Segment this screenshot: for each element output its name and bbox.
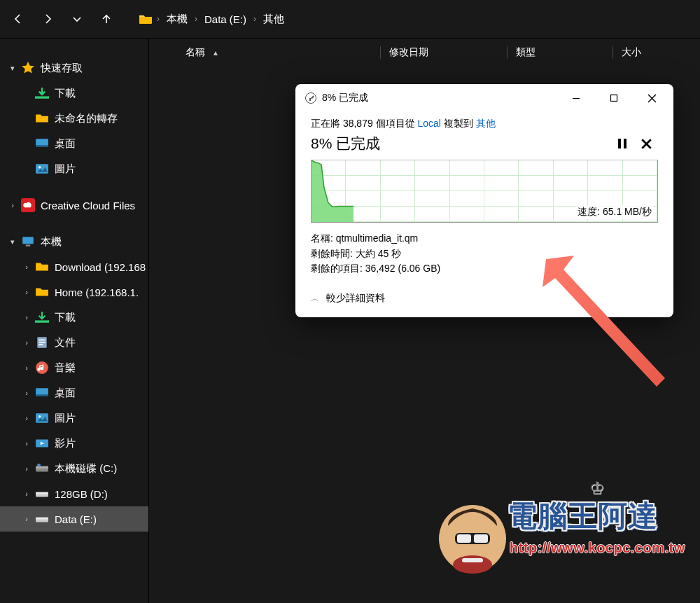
sidebar-item-drive-c[interactable]: › 本機磁碟 (C:) xyxy=(0,456,148,481)
clock-icon xyxy=(305,92,316,104)
folder-icon xyxy=(35,260,49,274)
items-remaining: 36,492 (6.06 GB) xyxy=(365,263,440,274)
drive-icon xyxy=(35,462,49,476)
sidebar-item-drive-d[interactable]: › 128GB (D:) xyxy=(0,481,148,506)
pictures-icon xyxy=(35,162,49,176)
column-type[interactable]: 類型 xyxy=(507,46,612,59)
desktop-icon xyxy=(35,386,49,400)
column-size[interactable]: 大小 xyxy=(613,46,669,59)
recent-dropdown[interactable] xyxy=(64,6,90,32)
chevron-right-icon[interactable]: › xyxy=(21,387,32,398)
folder-icon xyxy=(139,13,153,25)
svg-rect-21 xyxy=(37,464,40,466)
chevron-right-icon[interactable]: › xyxy=(253,14,256,24)
music-icon xyxy=(35,361,49,375)
drive-icon xyxy=(35,512,49,526)
pictures-icon xyxy=(35,411,49,425)
breadcrumb-this-pc[interactable]: 本機 xyxy=(164,10,190,29)
chevron-right-icon[interactable]: › xyxy=(21,312,32,323)
sort-indicator-icon: ▲ xyxy=(212,49,219,57)
address-bar: › 本機 › Data (E:) › 其他 xyxy=(0,0,700,39)
chevron-right-icon[interactable]: › xyxy=(21,261,32,272)
forward-button[interactable] xyxy=(35,6,60,32)
chevron-right-icon[interactable]: › xyxy=(195,14,197,24)
svg-rect-10 xyxy=(39,340,46,341)
back-button[interactable] xyxy=(6,6,31,32)
chevron-right-icon[interactable]: › xyxy=(21,513,32,525)
svg-rect-23 xyxy=(36,492,48,494)
sidebar-item-documents[interactable]: › 文件 xyxy=(0,330,148,355)
documents-icon xyxy=(35,335,49,349)
download-icon xyxy=(35,86,49,100)
sidebar-item-pictures[interactable]: › 圖片 xyxy=(0,406,148,431)
sidebar-item-pictures[interactable]: 圖片 xyxy=(0,156,148,181)
speed-label: 速度: 65.1 MB/秒 xyxy=(576,205,653,219)
svg-rect-12 xyxy=(39,344,43,345)
navigation-tree: ▾ 快速存取 下載 未命名的轉存 桌面 xyxy=(0,39,149,603)
pause-button[interactable] xyxy=(610,132,634,155)
download-icon xyxy=(35,310,49,324)
chevron-down-icon[interactable]: ▾ xyxy=(7,62,18,74)
svg-rect-0 xyxy=(35,96,49,98)
computer-icon xyxy=(21,235,35,249)
drive-icon xyxy=(35,487,49,501)
sidebar-item-downloads[interactable]: › 下載 xyxy=(0,305,148,330)
sidebar-item-netfolder[interactable]: › Home (192.168.1. xyxy=(0,279,148,305)
speed-chart: 速度: 65.1 MB/秒 xyxy=(311,160,658,223)
sidebar-item-netfolder[interactable]: › Download (192.168 xyxy=(0,254,148,279)
svg-rect-6 xyxy=(22,237,34,244)
chevron-down-icon[interactable]: ▾ xyxy=(7,236,18,247)
chevron-right-icon[interactable]: › xyxy=(21,286,32,298)
svg-rect-11 xyxy=(39,342,46,343)
svg-rect-2 xyxy=(36,145,48,146)
chevron-up-icon: ︿ xyxy=(311,293,319,305)
sidebar-item-music[interactable]: › 音樂 xyxy=(0,355,148,380)
sidebar-item-downloads[interactable]: 下載 xyxy=(0,81,148,106)
svg-rect-3 xyxy=(36,164,48,173)
column-headers: 名稱 ▲ 修改日期 類型 大小 xyxy=(149,39,700,67)
source-link[interactable]: Local xyxy=(418,118,441,129)
svg-rect-27 xyxy=(611,95,617,102)
column-name[interactable]: 名稱 ▲ xyxy=(177,46,380,59)
close-button[interactable] xyxy=(636,88,668,109)
chevron-right-icon[interactable]: › xyxy=(21,438,32,449)
copy-status-text: 正在將 38,879 個項目從 Local 複製到 其他 xyxy=(311,118,658,130)
chevron-right-icon[interactable]: › xyxy=(157,14,160,24)
svg-rect-16 xyxy=(36,413,48,422)
minimize-button[interactable] xyxy=(560,88,592,109)
svg-rect-29 xyxy=(624,139,626,148)
sidebar-this-pc[interactable]: ▾ 本機 xyxy=(0,229,148,254)
chevron-right-icon[interactable]: › xyxy=(7,200,18,211)
sidebar-item-folder[interactable]: 未命名的轉存 xyxy=(0,106,148,131)
desktop-icon xyxy=(35,137,49,151)
dialog-title: 8% 已完成 xyxy=(322,92,554,104)
videos-icon xyxy=(35,436,49,450)
chevron-right-icon[interactable]: › xyxy=(21,337,32,348)
fewer-details-toggle[interactable]: ︿ 較少詳細資料 xyxy=(311,292,658,305)
cancel-button[interactable] xyxy=(634,132,658,155)
creative-cloud-icon xyxy=(21,198,35,212)
sidebar-quick-access[interactable]: ▾ 快速存取 xyxy=(0,55,148,81)
sidebar-creative-cloud[interactable]: › Creative Cloud Files xyxy=(0,193,148,218)
current-file-name: qtmultimedia_it.qm xyxy=(336,233,419,244)
svg-rect-26 xyxy=(573,98,580,99)
dialog-titlebar[interactable]: 8% 已完成 xyxy=(295,84,673,112)
column-date[interactable]: 修改日期 xyxy=(381,46,507,59)
svg-rect-25 xyxy=(36,518,48,520)
maximize-button[interactable] xyxy=(598,88,630,109)
chevron-right-icon[interactable]: › xyxy=(21,413,32,424)
up-button[interactable] xyxy=(94,6,119,32)
breadcrumb-folder[interactable]: 其他 xyxy=(260,10,287,29)
destination-link[interactable]: 其他 xyxy=(476,118,496,129)
chevron-right-icon[interactable]: › xyxy=(21,488,32,499)
chevron-right-icon[interactable]: › xyxy=(21,463,32,474)
sidebar-item-desktop[interactable]: › 桌面 xyxy=(0,380,148,406)
chevron-right-icon[interactable]: › xyxy=(21,362,32,373)
svg-rect-15 xyxy=(36,394,48,396)
sidebar-item-drive-e[interactable]: › Data (E:) xyxy=(0,506,148,532)
sidebar-item-videos[interactable]: › 影片 xyxy=(0,431,148,456)
copy-progress-dialog: 8% 已完成 正在將 38,879 個項目從 Local 複製到 其他 8% 已… xyxy=(295,84,673,317)
breadcrumb-drive[interactable]: Data (E:) xyxy=(202,11,249,28)
svg-point-17 xyxy=(38,415,41,417)
sidebar-item-desktop[interactable]: 桌面 xyxy=(0,131,148,156)
